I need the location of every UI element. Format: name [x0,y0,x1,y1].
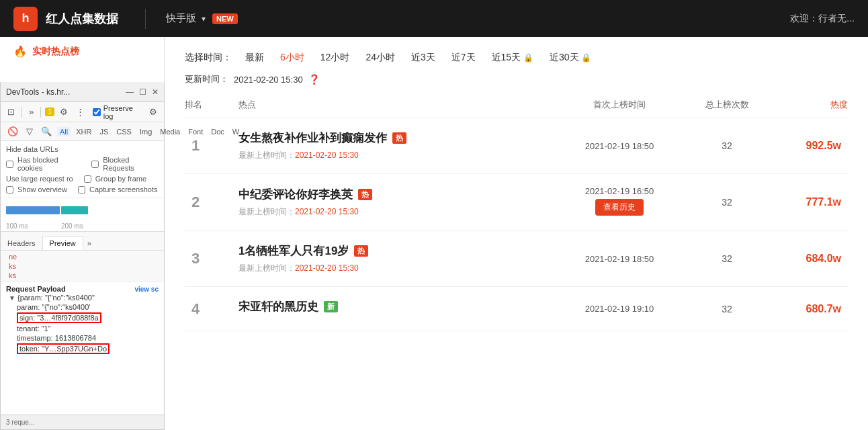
filter-xhr[interactable]: XHR [73,127,94,136]
nav-kuaishou[interactable]: 快手版 [166,12,196,25]
tab-more-icon[interactable]: » [83,236,95,250]
tab-headers[interactable]: Headers [1,236,42,250]
group-by-checkbox[interactable] [84,175,91,183]
time-option-3d[interactable]: 近3天 [408,50,438,65]
table-row: 1 女生熬夜补作业补到癫痫发作 热 最新上榜时间：2021-02-20 15:3… [185,118,848,174]
filter-all[interactable]: All [57,127,71,136]
no-filter-icon[interactable]: 🚫 [5,125,21,138]
preserve-log-label: Preserve log [103,104,144,120]
rp-row-0: ▼ {param: "{"no":"ks0400" [6,293,159,302]
item-meta: 最新上榜时间：2021-02-20 15:30 [238,206,539,218]
rank-number: 3 [185,250,238,267]
time-option-30d[interactable]: 近30天 🔒 [547,50,594,65]
funnel-icon[interactable]: ▽ [24,125,36,138]
item-content: 中纪委评论你好李换英 热 最新上榜时间：2021-02-20 15:30 [238,187,552,218]
devtools-filter-row: 🚫 ▽ 🔍 All XHR JS CSS Img Media Font Doc … [1,122,164,141]
first-time: 2021-02-19 18:50 [552,254,687,264]
blocked-requests-checkbox[interactable] [91,161,99,168]
time-option-12h[interactable]: 12小时 [318,50,353,65]
rank-number: 4 [185,300,238,318]
capture-checkbox[interactable] [78,186,85,194]
lock-icon-15d: 🔒 [523,53,533,62]
timeline-bars [1,204,164,217]
devtools-controls: — ☐ ✕ [126,88,159,96]
title-text[interactable]: 中纪委评论你好李换英 [238,187,353,202]
pointer-icon[interactable]: ⊡ [5,105,17,118]
warning-badge: 1 [45,108,54,116]
table-header: 排名 热点 首次上榜时间 总上榜次数 热度 [185,99,848,118]
sidebar-item-label: 实时热点榜 [32,46,79,58]
blocked-requests-row: Blocked Requests [91,156,159,172]
count: 32 [687,253,767,264]
filter-settings-icon[interactable]: ⚙ [146,105,160,118]
devtools-timeline: 100 ms 200 ms [1,198,164,232]
tab-preview[interactable]: Preview [42,236,83,250]
history-button[interactable]: 查看历史 [595,199,644,216]
settings-icon[interactable]: ⚙ [57,105,71,118]
hide-data-urls-row: Hide data URLs [6,145,159,153]
item-title: 女生熬夜补作业补到癫痫发作 热 [238,130,539,146]
sidebar-item-hotlist[interactable]: 🔥 实时热点榜 [0,37,164,66]
token-highlight: token: "Y…Spp37UGn+Do [17,343,110,354]
fire-icon: 🔥 [13,45,27,58]
new-badge: NEW [212,13,238,24]
sign-highlight: sign: "3…4f8f97d088f8a [17,312,101,323]
show-overview-checkbox[interactable] [6,186,13,194]
rank-number: 1 [185,137,238,155]
rp-row-timestamp: timestamp: 1613806784 [6,333,159,343]
more-options-icon[interactable]: ⋮ [73,105,87,118]
table-row: 3 1名牺牲军人只有19岁 热 最新上榜时间：2021-02-20 15:30 … [185,231,848,287]
topbar: h 红人点集数据 快手版 ▾ NEW 欢迎：行者无... [0,0,868,37]
view-source-link[interactable]: view sc [134,286,159,293]
table-row: 4 宋亚轩的黑历史 新 2021-02-19 19:10 32 680.7w [185,287,848,331]
filter-media[interactable]: Media [157,127,183,136]
more-tabs-icon[interactable]: » [26,105,36,118]
preserve-log-checkbox[interactable] [93,108,101,116]
devtools-options: Hide data URLs Has blocked cookies Block… [1,141,164,198]
devtools-item-2[interactable]: ks [1,271,164,280]
capture-row: Capture screenshots [78,185,158,194]
toolbar-separator2 [40,107,41,118]
devtools-panel: DevTools - ks.hr... — ☐ ✕ ⊡ » 1 ⚙ ⋮ Pres… [0,82,165,430]
search-filter-icon[interactable]: 🔍 [38,125,54,138]
filter-font[interactable]: Font [185,127,206,136]
time-option-6h[interactable]: 6小时 [277,50,307,65]
filter-img[interactable]: Img [137,127,155,136]
minimize-button[interactable]: — [126,88,134,96]
toolbar-separator [21,107,22,118]
title-text[interactable]: 女生熬夜补作业补到癫痫发作 [238,130,387,146]
restore-button[interactable]: ☐ [139,88,146,96]
rp-row-sign: sign: "3…4f8f97d088f8a [6,312,159,324]
request-payload-title: Request Payload view sc [6,285,159,293]
close-button[interactable]: ✕ [152,88,159,96]
filter-w[interactable]: W [230,127,242,136]
devtools-item-0[interactable]: ne [1,252,164,261]
nav-dropdown-icon[interactable]: ▾ [202,14,206,24]
item-content: 女生熬夜补作业补到癫痫发作 热 最新上榜时间：2021-02-20 15:30 [238,130,552,161]
time-option-24h[interactable]: 24小时 [363,50,398,65]
show-overview-row: Show overview [6,185,67,194]
blocked-cookies-label: Has blocked cookies [17,156,81,172]
large-requests-label: Use large request ro [6,175,73,183]
blocked-cookies-checkbox[interactable] [6,161,13,168]
devtools-item-1[interactable]: ks [1,261,164,271]
time-option-7d[interactable]: 近7天 [449,50,478,65]
item-meta: 最新上榜时间：2021-02-20 15:30 [238,263,539,274]
latest-time: 2021-02-20 15:30 [295,263,359,273]
footer-text: 3 reque... [6,419,34,426]
time-option-15d[interactable]: 近15天 🔒 [489,50,536,65]
main-content: 选择时间： 最新 6小时 12小时 24小时 近3天 近7天 近15天 🔒 近3… [165,37,868,430]
table-row: 2 中纪委评论你好李换英 热 最新上榜时间：2021-02-20 15:30 2… [185,174,848,231]
devtools-footer: 3 reque... [1,415,164,429]
col-first-time: 首次上榜时间 [552,99,687,111]
title-text[interactable]: 1名牺牲军人只有19岁 [238,243,349,259]
filter-css[interactable]: CSS [114,127,134,136]
help-icon[interactable]: ❓ [308,74,320,85]
title-text[interactable]: 宋亚轩的黑历史 [238,299,318,314]
rp-row-tenant: tenant: "1" [6,324,159,333]
filter-js[interactable]: JS [97,127,111,136]
devtools-titlebar: DevTools - ks.hr... — ☐ ✕ [1,82,164,102]
time-selector: 选择时间： 最新 6小时 12小时 24小时 近3天 近7天 近15天 🔒 近3… [185,50,848,65]
filter-doc[interactable]: Doc [208,127,227,136]
time-option-latest[interactable]: 最新 [243,50,267,65]
